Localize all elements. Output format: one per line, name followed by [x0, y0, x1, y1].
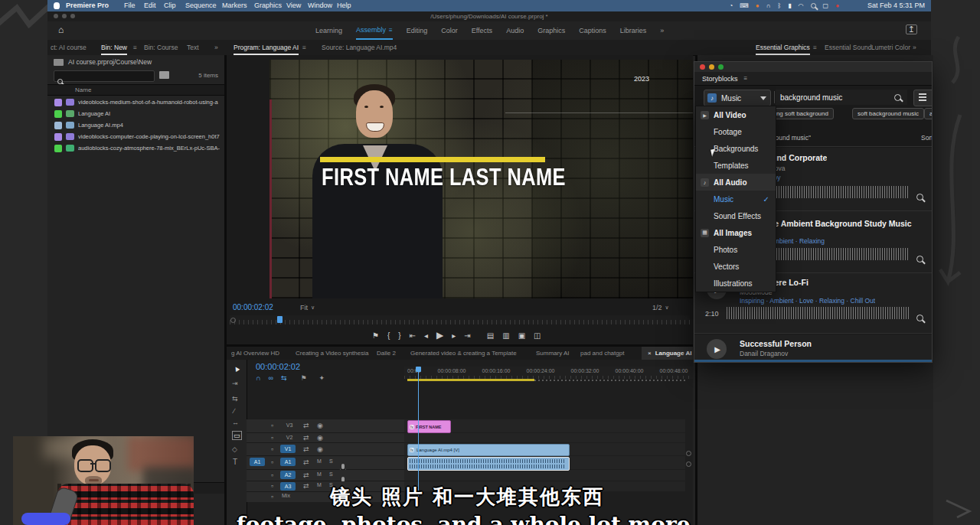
- ripple-edit-tool[interactable]: ⇆: [232, 395, 238, 403]
- program-video-frame[interactable]: 2023 FIRST NAME LAST NAME: [270, 60, 693, 298]
- menu-item-all-video[interactable]: ▶ All Video: [696, 106, 776, 123]
- apple-logo-icon[interactable]: [54, 2, 60, 9]
- record-dot-icon[interactable]: ●: [835, 2, 839, 9]
- solo-button[interactable]: S: [329, 458, 333, 464]
- lock-icon[interactable]: ▫: [271, 471, 273, 479]
- find-similar-icon[interactable]: [916, 256, 923, 262]
- display-icon[interactable]: ▢: [823, 2, 829, 9]
- mute-button[interactable]: M: [317, 458, 322, 464]
- step-forward-button[interactable]: ▸: [452, 331, 456, 340]
- track-name-a2[interactable]: A2: [280, 471, 296, 479]
- file-name[interactable]: videoblocks-medium-shot-of-a-humanoid-ro…: [78, 99, 220, 106]
- workspace-overflow-icon[interactable]: »: [660, 27, 664, 34]
- table-row[interactable]: videoblocks-computer-code-playing-on-lcd…: [47, 131, 224, 142]
- find-similar-icon[interactable]: [916, 194, 923, 201]
- track-output-eye-icon[interactable]: ◉: [317, 434, 323, 442]
- sequence-tab[interactable]: Summary AI: [536, 350, 570, 357]
- label-color-chip[interactable]: [54, 133, 62, 141]
- menu-item-all-images[interactable]: ▦ All Images: [696, 224, 776, 241]
- file-name[interactable]: videoblocks-computer-code-playing-on-lcd…: [78, 133, 220, 140]
- tab-storyblocks[interactable]: Storyblocks: [702, 75, 738, 83]
- mute-button[interactable]: M: [317, 471, 322, 477]
- search-icon[interactable]: [894, 94, 901, 101]
- waveform[interactable]: [727, 307, 910, 319]
- track-name-v3[interactable]: V3: [282, 422, 297, 428]
- lift-button[interactable]: ▤: [487, 331, 494, 340]
- tab-bin-new-menu-icon[interactable]: ≡: [133, 44, 137, 51]
- track-name-v1[interactable]: V1: [280, 445, 296, 453]
- add-marker-button[interactable]: ⚑: [372, 331, 379, 340]
- hand-tool[interactable]: ◇: [232, 445, 237, 453]
- sequence-tab-active[interactable]: × Language AI: [642, 347, 693, 360]
- workspace-tab-editing[interactable]: Editing: [407, 27, 428, 34]
- workspace-tab-menu-icon[interactable]: ≡: [389, 27, 393, 34]
- voiceover-record-icon[interactable]: [341, 464, 345, 469]
- track-scroll-dot[interactable]: [686, 461, 691, 467]
- lock-icon[interactable]: ▫: [271, 458, 273, 466]
- table-row[interactable]: Language AI.mp4: [47, 119, 224, 131]
- track-name-a1[interactable]: A1: [280, 458, 296, 466]
- timeline-playhead-cap[interactable]: [416, 367, 421, 372]
- track-name-v2[interactable]: V2: [282, 435, 297, 440]
- menubar-clock[interactable]: Sat Feb 4 5:31 PM: [867, 2, 925, 9]
- source-patch-a1[interactable]: A1: [250, 458, 265, 466]
- tab-essential-graphics[interactable]: Essential Graphics: [756, 44, 810, 55]
- close-icon[interactable]: ×: [648, 350, 652, 357]
- slip-tool[interactable]: ↔: [232, 419, 239, 426]
- menubar-app-name[interactable]: Premiere Pro: [66, 2, 109, 9]
- menu-item-photos[interactable]: Photos: [696, 241, 776, 258]
- tab-project[interactable]: ct: AI course: [51, 44, 95, 51]
- track-select-tool[interactable]: ⇥: [232, 380, 238, 387]
- work-area-bar[interactable]: [407, 379, 534, 381]
- new-bin-icon[interactable]: [159, 71, 169, 79]
- sequence-tab[interactable]: Dalle 2: [377, 350, 396, 357]
- menu-item-vectors[interactable]: Vectors: [696, 258, 776, 275]
- solo-button[interactable]: S: [329, 471, 333, 477]
- music-result-card[interactable]: ▶ Successful Person Danail Draganov: [694, 334, 932, 360]
- track-scroll-dot[interactable]: [686, 451, 691, 456]
- track-output-eye-icon[interactable]: ◉: [317, 445, 323, 453]
- bluetooth-icon[interactable]: ᛒ: [777, 2, 781, 9]
- menu-view[interactable]: View: [286, 2, 301, 9]
- table-row[interactable]: Language AI: [47, 108, 224, 119]
- menu-file[interactable]: File: [124, 2, 136, 9]
- workspace-tab-audio[interactable]: Audio: [506, 27, 524, 34]
- play-button[interactable]: ▶: [707, 339, 727, 359]
- sync-lock-icon[interactable]: ⇄: [303, 434, 309, 442]
- label-color-chip[interactable]: [54, 145, 62, 152]
- workspace-tab-graphics[interactable]: Graphics: [537, 27, 565, 34]
- tab-text[interactable]: Text: [187, 44, 199, 51]
- menu-item-music[interactable]: Music ✓: [696, 191, 776, 207]
- wifi-icon[interactable]: ◠: [799, 2, 804, 9]
- headphones-icon[interactable]: ∩: [766, 2, 771, 9]
- menu-item-sound-effects[interactable]: Sound Effects: [696, 207, 776, 224]
- workspace-tab-libraries[interactable]: Libraries: [620, 27, 647, 34]
- tab-essential-graphics-menu-icon[interactable]: ≡: [813, 44, 817, 51]
- program-scrub-bar[interactable]: [230, 315, 690, 324]
- menu-item-footage[interactable]: Footage: [696, 123, 776, 140]
- go-to-out-button[interactable]: ⇥: [464, 331, 470, 340]
- track-tags[interactable]: Inspiring · Ambient · Love · Relaxing · …: [740, 297, 875, 305]
- menu-sequence[interactable]: Sequence: [185, 2, 217, 9]
- find-similar-icon[interactable]: [916, 315, 923, 321]
- lock-icon[interactable]: ▫: [271, 445, 273, 453]
- sequence-tab[interactable]: Generated video & creating a Template: [410, 350, 517, 357]
- view-toggle-button[interactable]: [913, 90, 933, 106]
- snap-icon[interactable]: ∩: [256, 374, 260, 382]
- menu-markers[interactable]: Markers: [222, 2, 247, 9]
- file-name[interactable]: Language AI: [78, 110, 220, 117]
- razor-tool[interactable]: ∕: [234, 407, 235, 415]
- sequence-tab[interactable]: Creating a Video synthesia: [296, 350, 368, 357]
- tab-essential-sound[interactable]: Essential Sound: [825, 44, 871, 51]
- ripple-sequence-icon[interactable]: ⇆: [281, 374, 287, 382]
- menu-edit[interactable]: Edit: [144, 2, 156, 9]
- lane-a2[interactable]: [404, 470, 685, 481]
- tab-bin-new[interactable]: Bin: New: [101, 44, 127, 55]
- workspace-tab-learning[interactable]: Learning: [315, 27, 342, 34]
- keyboard-icon[interactable]: ⌨: [740, 2, 749, 9]
- linked-selection-icon[interactable]: ∞: [268, 374, 273, 382]
- label-color-chip[interactable]: [54, 122, 62, 129]
- mark-in-button[interactable]: {: [387, 331, 390, 340]
- workspace-tab-captions[interactable]: Captions: [579, 27, 606, 34]
- program-timecode[interactable]: 00:00:02:02: [233, 303, 273, 311]
